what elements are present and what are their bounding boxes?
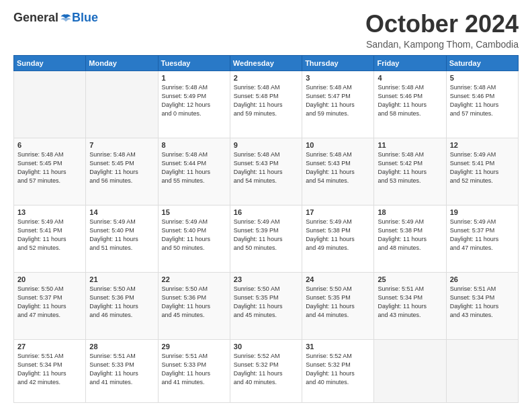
table-row: 18Sunrise: 5:49 AMSunset: 5:38 PMDayligh… [374, 205, 446, 272]
table-row: 8Sunrise: 5:48 AMSunset: 5:44 PMDaylight… [158, 138, 230, 205]
day-info: Sunrise: 5:48 AMSunset: 5:49 PMDaylight:… [162, 83, 226, 118]
page: General Blue October 2024 Sandan, Kampon… [0, 0, 532, 411]
calendar-header: Sunday Monday Tuesday Wednesday Thursday… [14, 55, 519, 71]
day-number: 16 [234, 208, 298, 216]
day-number: 10 [306, 141, 370, 149]
table-row [374, 339, 446, 402]
table-row: 14Sunrise: 5:49 AMSunset: 5:40 PMDayligh… [86, 205, 158, 272]
day-info: Sunrise: 5:48 AMSunset: 5:43 PMDaylight:… [234, 150, 298, 185]
logo-bird-icon [60, 12, 72, 24]
table-row: 25Sunrise: 5:51 AMSunset: 5:34 PMDayligh… [374, 272, 446, 339]
table-row: 20Sunrise: 5:50 AMSunset: 5:37 PMDayligh… [14, 272, 86, 339]
day-info: Sunrise: 5:49 AMSunset: 5:38 PMDaylight:… [378, 218, 442, 253]
day-info: Sunrise: 5:48 AMSunset: 5:46 PMDaylight:… [450, 83, 515, 118]
table-row: 21Sunrise: 5:50 AMSunset: 5:36 PMDayligh… [86, 272, 158, 339]
logo: General Blue [13, 11, 98, 25]
table-row: 26Sunrise: 5:51 AMSunset: 5:34 PMDayligh… [446, 272, 518, 339]
day-number: 15 [162, 208, 226, 216]
day-number: 28 [89, 342, 154, 351]
day-info: Sunrise: 5:52 AMSunset: 5:32 PMDaylight:… [234, 352, 298, 387]
table-row: 19Sunrise: 5:49 AMSunset: 5:37 PMDayligh… [446, 205, 518, 272]
table-row [446, 339, 518, 402]
table-row: 7Sunrise: 5:48 AMSunset: 5:45 PMDaylight… [86, 138, 158, 205]
day-number: 8 [162, 141, 226, 149]
day-info: Sunrise: 5:51 AMSunset: 5:34 PMDaylight:… [450, 285, 515, 320]
day-info: Sunrise: 5:50 AMSunset: 5:36 PMDaylight:… [89, 285, 154, 320]
day-number: 11 [378, 141, 442, 149]
day-info: Sunrise: 5:52 AMSunset: 5:32 PMDaylight:… [306, 352, 370, 387]
day-info: Sunrise: 5:51 AMSunset: 5:33 PMDaylight:… [162, 352, 226, 387]
table-row [14, 71, 86, 138]
subtitle: Sandan, Kampong Thom, Cambodia [365, 39, 519, 50]
weekday-friday: Friday [374, 55, 446, 71]
day-info: Sunrise: 5:48 AMSunset: 5:45 PMDaylight:… [89, 150, 154, 185]
table-row: 23Sunrise: 5:50 AMSunset: 5:35 PMDayligh… [230, 272, 302, 339]
day-info: Sunrise: 5:51 AMSunset: 5:33 PMDaylight:… [89, 352, 154, 387]
day-number: 17 [306, 208, 370, 216]
day-number: 7 [89, 141, 154, 149]
logo-text: General Blue [13, 11, 98, 25]
table-row: 4Sunrise: 5:48 AMSunset: 5:46 PMDaylight… [374, 71, 446, 138]
table-row: 11Sunrise: 5:48 AMSunset: 5:42 PMDayligh… [374, 138, 446, 205]
day-number: 21 [89, 275, 154, 283]
day-info: Sunrise: 5:49 AMSunset: 5:40 PMDaylight:… [162, 218, 226, 253]
day-number: 23 [234, 275, 298, 283]
weekday-sunday: Sunday [14, 55, 86, 71]
table-row: 12Sunrise: 5:49 AMSunset: 5:41 PMDayligh… [446, 138, 518, 205]
day-number: 9 [234, 141, 298, 149]
weekday-saturday: Saturday [446, 55, 518, 71]
day-number: 14 [89, 208, 154, 216]
table-row: 16Sunrise: 5:49 AMSunset: 5:39 PMDayligh… [230, 205, 302, 272]
day-number: 24 [306, 275, 370, 283]
day-info: Sunrise: 5:49 AMSunset: 5:41 PMDaylight:… [17, 218, 82, 253]
day-number: 22 [162, 275, 226, 283]
table-row: 2Sunrise: 5:48 AMSunset: 5:48 PMDaylight… [230, 71, 302, 138]
day-info: Sunrise: 5:48 AMSunset: 5:44 PMDaylight:… [162, 150, 226, 185]
calendar: Sunday Monday Tuesday Wednesday Thursday… [13, 55, 519, 403]
day-number: 20 [17, 275, 82, 283]
day-number: 30 [234, 342, 298, 351]
day-info: Sunrise: 5:48 AMSunset: 5:42 PMDaylight:… [378, 150, 442, 185]
table-row [86, 71, 158, 138]
table-row: 9Sunrise: 5:48 AMSunset: 5:43 PMDaylight… [230, 138, 302, 205]
weekday-thursday: Thursday [302, 55, 374, 71]
day-number: 3 [306, 74, 370, 82]
day-info: Sunrise: 5:51 AMSunset: 5:34 PMDaylight:… [378, 285, 442, 320]
day-number: 1 [162, 74, 226, 82]
table-row: 30Sunrise: 5:52 AMSunset: 5:32 PMDayligh… [230, 339, 302, 402]
day-number: 13 [17, 208, 82, 216]
logo-blue: Blue [72, 11, 98, 25]
table-row: 13Sunrise: 5:49 AMSunset: 5:41 PMDayligh… [14, 205, 86, 272]
table-row: 24Sunrise: 5:50 AMSunset: 5:35 PMDayligh… [302, 272, 374, 339]
table-row: 31Sunrise: 5:52 AMSunset: 5:32 PMDayligh… [302, 339, 374, 402]
table-row: 3Sunrise: 5:48 AMSunset: 5:47 PMDaylight… [302, 71, 374, 138]
header: General Blue October 2024 Sandan, Kampon… [13, 11, 519, 50]
day-info: Sunrise: 5:50 AMSunset: 5:37 PMDaylight:… [17, 285, 82, 320]
weekday-tuesday: Tuesday [158, 55, 230, 71]
table-row: 5Sunrise: 5:48 AMSunset: 5:46 PMDaylight… [446, 71, 518, 138]
day-info: Sunrise: 5:49 AMSunset: 5:39 PMDaylight:… [234, 218, 298, 253]
day-info: Sunrise: 5:50 AMSunset: 5:35 PMDaylight:… [306, 285, 370, 320]
day-number: 2 [234, 74, 298, 82]
day-number: 4 [378, 74, 442, 82]
day-info: Sunrise: 5:48 AMSunset: 5:45 PMDaylight:… [17, 150, 82, 185]
logo-general: General [13, 11, 58, 25]
day-info: Sunrise: 5:48 AMSunset: 5:47 PMDaylight:… [306, 83, 370, 118]
weekday-monday: Monday [86, 55, 158, 71]
day-number: 6 [17, 141, 82, 149]
title-area: October 2024 Sandan, Kampong Thom, Cambo… [365, 11, 519, 50]
table-row: 15Sunrise: 5:49 AMSunset: 5:40 PMDayligh… [158, 205, 230, 272]
day-info: Sunrise: 5:48 AMSunset: 5:48 PMDaylight:… [234, 83, 298, 118]
month-title: October 2024 [365, 11, 519, 38]
day-number: 18 [378, 208, 442, 216]
day-number: 19 [450, 208, 515, 216]
day-number: 25 [378, 275, 442, 283]
day-number: 12 [450, 141, 515, 149]
calendar-body: 1Sunrise: 5:48 AMSunset: 5:49 PMDaylight… [14, 71, 519, 402]
weekday-wednesday: Wednesday [230, 55, 302, 71]
day-info: Sunrise: 5:49 AMSunset: 5:40 PMDaylight:… [89, 218, 154, 253]
weekday-row: Sunday Monday Tuesday Wednesday Thursday… [14, 55, 519, 71]
table-row: 1Sunrise: 5:48 AMSunset: 5:49 PMDaylight… [158, 71, 230, 138]
day-number: 29 [162, 342, 226, 351]
table-row: 22Sunrise: 5:50 AMSunset: 5:36 PMDayligh… [158, 272, 230, 339]
